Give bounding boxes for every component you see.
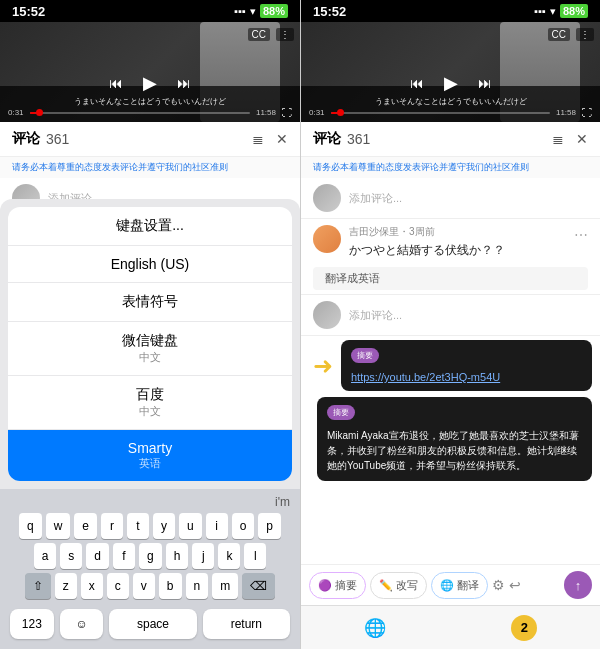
signal-icon-right: ▪▪▪	[534, 5, 546, 17]
skip-forward-icon[interactable]: ⏭	[177, 75, 191, 91]
kb-item-emoji[interactable]: 表情符号	[8, 283, 292, 322]
key-row-2: a s d f g h j k l	[2, 543, 298, 569]
comments-header-right-icons: ≣ ✕	[552, 131, 588, 147]
skip-back-icon[interactable]: ⏮	[109, 75, 123, 91]
key-w[interactable]: w	[46, 513, 71, 539]
video-player-right[interactable]: CC ⋮ ⏮ ▶ ⏭ うまいそんなことはどうでもいいんだけど 0:31 11:5…	[301, 22, 600, 122]
close-icon-right[interactable]: ✕	[576, 131, 588, 147]
video-player-left[interactable]: CC ⋮ ⏮ ▶ ⏭ うまいそんなことはどうでもいいんだけど 0:31 11:5…	[0, 22, 300, 122]
key-i[interactable]: i	[206, 513, 228, 539]
close-icon-left[interactable]: ✕	[276, 131, 288, 147]
key-z[interactable]: z	[55, 573, 77, 599]
key-m[interactable]: m	[212, 573, 238, 599]
progress-row-right: 0:31 11:58 ⛶	[301, 107, 600, 118]
guideline-link-right[interactable]: 社区准则	[493, 162, 529, 172]
progress-dot-left	[36, 109, 43, 116]
rewrite-btn[interactable]: ✏️ 改写	[370, 572, 427, 599]
key-j[interactable]: j	[192, 543, 214, 569]
more-icon[interactable]: ⋮	[276, 28, 294, 41]
key-y[interactable]: y	[153, 513, 175, 539]
ai-badge-1: 摘要	[351, 348, 379, 363]
key-v[interactable]: v	[133, 573, 155, 599]
key-e[interactable]: e	[74, 513, 97, 539]
comment-content-right-0: 吉田沙保里・3周前 かつやと結婚する伏线か？？	[349, 225, 588, 259]
kb-item-wechat[interactable]: 微信键盘 中文	[8, 322, 292, 376]
translate-option[interactable]: 翻译成英语	[313, 267, 588, 290]
reply-row-right[interactable]: 添加评论...	[301, 294, 600, 336]
key-t[interactable]: t	[127, 513, 149, 539]
bottom-nav-right: 🌐 2	[301, 605, 600, 649]
key-f[interactable]: f	[113, 543, 135, 569]
kb-item-baidu[interactable]: 百度 中文	[8, 376, 292, 430]
status-icons-left: ▪▪▪ ▾ 88%	[234, 4, 288, 18]
key-s[interactable]: s	[60, 543, 82, 569]
total-time-right: 11:58	[556, 108, 576, 117]
summary-icon: 🟣	[318, 579, 332, 592]
guideline-link-left[interactable]: 社区准则	[192, 162, 228, 172]
battery-right: 88%	[560, 4, 588, 18]
key-p[interactable]: p	[258, 513, 281, 539]
keyboard-selector: 键盘设置... English (US) 表情符号 微信键盘 中文 百度 中文	[0, 199, 300, 605]
globe-icon-right[interactable]: 🌐	[364, 617, 386, 639]
key-r[interactable]: r	[101, 513, 123, 539]
key-l[interactable]: l	[244, 543, 266, 569]
key-h[interactable]: h	[166, 543, 189, 569]
add-comment-row-right[interactable]: 添加评论...	[301, 178, 600, 219]
ai-link-1[interactable]: https://youtu.be/2et3HQ-m54U	[351, 371, 582, 383]
progress-bar-left[interactable]	[30, 112, 250, 114]
play-icon-right[interactable]: ▶	[444, 72, 458, 94]
ai-summary-box-2: 摘要 Mikami Ayaka宣布退役，她吃了她最喜欢的芝士汉堡和薯条，并收到了…	[317, 397, 592, 481]
settings-icon[interactable]: ⚙	[492, 577, 505, 593]
nav-circle-right[interactable]: 2	[511, 615, 537, 641]
key-a[interactable]: a	[34, 543, 57, 569]
key-c[interactable]: c	[107, 573, 129, 599]
rewrite-label: 改写	[396, 578, 418, 593]
status-icons-right: ▪▪▪ ▾ 88%	[534, 4, 588, 18]
key-n[interactable]: n	[186, 573, 209, 599]
translate-btn[interactable]: 🌐 翻译	[431, 572, 488, 599]
kb-item-settings[interactable]: 键盘设置...	[8, 207, 292, 246]
play-icon[interactable]: ▶	[143, 72, 157, 94]
add-comment-input-right[interactable]: 添加评论...	[349, 191, 588, 206]
video-subtitle-right: うまいそんなことはどうでもいいんだけど	[301, 97, 600, 107]
comment-list-right: 吉田沙保里・3周前 かつやと結婚する伏线か？？ ⋯ 翻译成英语 添加评论... …	[301, 219, 600, 564]
key-shift[interactable]: ⇧	[25, 573, 51, 599]
reply-input-right[interactable]: 添加评论...	[349, 308, 588, 323]
key-d[interactable]: d	[86, 543, 109, 569]
comments-count-right: 361	[347, 131, 370, 147]
reply-avatar-right	[313, 301, 341, 329]
subtitle-line1-left: うまいそんなことはどうでもいいんだけど	[4, 97, 296, 107]
ai-label-2: 摘要	[327, 405, 582, 424]
summary-btn[interactable]: 🟣 摘要	[309, 572, 366, 599]
send-button[interactable]: ↑	[564, 571, 592, 599]
key-x[interactable]: x	[81, 573, 103, 599]
fullscreen-icon-left[interactable]: ⛶	[282, 107, 292, 118]
filter-icon-right[interactable]: ≣	[552, 131, 564, 147]
fullscreen-icon-right[interactable]: ⛶	[582, 107, 592, 118]
key-b[interactable]: b	[159, 573, 182, 599]
undo-icon[interactable]: ↩	[509, 577, 521, 593]
comments-header-right-left: ≣ ✕	[252, 131, 288, 147]
key-u[interactable]: u	[179, 513, 202, 539]
wifi-icon-right: ▾	[550, 5, 556, 18]
progress-fill-right	[331, 112, 338, 114]
skip-forward-icon-right[interactable]: ⏭	[478, 75, 492, 91]
more-icon-right[interactable]: ⋮	[576, 28, 594, 41]
key-g[interactable]: g	[139, 543, 162, 569]
progress-dot-right	[337, 109, 344, 116]
comment-user-right-0: 吉田沙保里・3周前	[349, 225, 588, 239]
comment-more-right-0[interactable]: ⋯	[574, 227, 588, 243]
key-o[interactable]: o	[232, 513, 255, 539]
key-q[interactable]: q	[19, 513, 42, 539]
skip-back-icon-right[interactable]: ⏮	[410, 75, 424, 91]
current-time-left: 0:31	[8, 108, 24, 117]
kb-item-smarty[interactable]: Smarty 英语	[8, 430, 292, 481]
kb-item-english[interactable]: English (US)	[8, 246, 292, 283]
comments-header-left: 评论 361 ≣ ✕	[0, 122, 300, 157]
signal-icon: ▪▪▪	[234, 5, 246, 17]
progress-bar-right[interactable]	[331, 112, 550, 114]
ai-text-2: Mikami Ayaka宣布退役，她吃了她最喜欢的芝士汉堡和薯条，并收到了粉丝和…	[327, 428, 582, 473]
filter-icon-left[interactable]: ≣	[252, 131, 264, 147]
key-delete[interactable]: ⌫	[242, 573, 275, 599]
key-k[interactable]: k	[218, 543, 240, 569]
